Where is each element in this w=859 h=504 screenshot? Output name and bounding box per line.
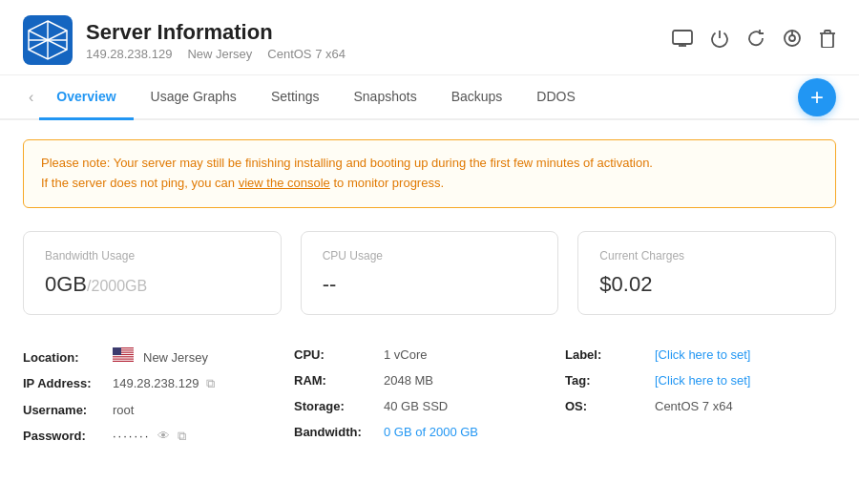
cpu-spec-row: CPU: 1 vCore: [294, 342, 565, 368]
app-logo: [23, 15, 73, 65]
refresh-icon[interactable]: [746, 29, 765, 52]
tab-usage-graphs[interactable]: Usage Graphs: [134, 75, 254, 120]
tab-snapshots[interactable]: Snapshots: [336, 75, 433, 120]
detail-col-right: Label: [Click here to set] Tag: [Click h…: [565, 342, 836, 450]
ip-copy-icon[interactable]: ⧉: [206, 376, 215, 391]
password-dots: ·······: [113, 429, 150, 443]
tag-value[interactable]: [Click here to set]: [655, 373, 750, 388]
detail-col-left: Location: New Jersey IP Address: 149.28.…: [23, 342, 294, 450]
os-key: OS:: [565, 399, 651, 413]
media-icon[interactable]: [783, 29, 802, 52]
tab-settings[interactable]: Settings: [254, 75, 337, 120]
bandwidth-card: Bandwidth Usage 0GB/2000GB: [23, 231, 282, 315]
header-location: New Jersey: [187, 47, 252, 61]
main-content: Please note: Your server may still be fi…: [0, 120, 859, 469]
ip-key: IP Address:: [23, 376, 109, 390]
nav-bar: ‹ Overview Usage Graphs Settings Snapsho…: [0, 75, 859, 120]
ip-value: 149.28.238.129: [113, 376, 199, 390]
ram-row: RAM: 2048 MB: [294, 368, 565, 393]
storage-value: 40 GB SSD: [384, 399, 448, 413]
tab-backups[interactable]: Backups: [434, 75, 520, 120]
console-link[interactable]: view the console: [239, 176, 330, 190]
svg-rect-6: [673, 31, 692, 44]
notice-banner: Please note: Your server may still be fi…: [23, 139, 836, 208]
tab-ddos[interactable]: DDOS: [519, 75, 592, 120]
location-value: New Jersey: [143, 350, 208, 365]
bandwidth-spec-row: Bandwidth: 0 GB of 2000 GB: [294, 419, 565, 445]
password-row: Password: ······· 👁 ⧉: [23, 423, 294, 450]
password-key: Password:: [23, 429, 109, 443]
label-row: Label: [Click here to set]: [565, 342, 836, 368]
bandwidth-unit: /2000GB: [87, 278, 147, 294]
storage-row: Storage: 40 GB SSD: [294, 393, 565, 419]
cpu-spec-key: CPU:: [294, 347, 380, 362]
bandwidth-label: Bandwidth Usage: [45, 249, 260, 262]
username-row: Username: root: [23, 397, 294, 423]
notice-line2: If the server does not ping, you can vie…: [41, 174, 818, 194]
page-header: Server Information 149.28.238.129 New Je…: [0, 0, 859, 75]
us-flag-icon: [113, 347, 134, 362]
ip-row: IP Address: 149.28.238.129 ⧉: [23, 370, 294, 397]
delete-icon[interactable]: [819, 29, 836, 52]
add-button[interactable]: +: [798, 78, 836, 116]
ram-key: RAM:: [294, 373, 380, 388]
notice-line1: Please note: Your server may still be fi…: [41, 154, 818, 174]
charges-card: Current Charges $0.02: [577, 231, 836, 315]
svg-rect-17: [113, 357, 134, 358]
stats-row: Bandwidth Usage 0GB/2000GB CPU Usage -- …: [23, 231, 836, 315]
bandwidth-spec-key: Bandwidth:: [294, 425, 380, 439]
cpu-card: CPU Usage --: [301, 231, 559, 315]
charges-value: $0.02: [599, 272, 814, 297]
header-ip: 149.28.238.129: [86, 47, 172, 61]
location-key: Location:: [23, 350, 109, 365]
tab-overview[interactable]: Overview: [39, 75, 133, 120]
password-show-icon[interactable]: 👁: [157, 429, 170, 443]
header-os: CentOS 7 x64: [267, 47, 346, 61]
detail-col-middle: CPU: 1 vCore RAM: 2048 MB Storage: 40 GB…: [294, 342, 565, 450]
bandwidth-value: 0GB/2000GB: [45, 272, 260, 297]
nav-prev-button[interactable]: ‹: [23, 89, 39, 106]
header-info: Server Information 149.28.238.129 New Je…: [86, 20, 672, 61]
svg-rect-16: [113, 355, 134, 356]
tag-key: Tag:: [565, 373, 651, 388]
svg-rect-18: [113, 359, 134, 360]
power-icon[interactable]: [710, 29, 729, 52]
location-row: Location: New Jersey: [23, 342, 294, 370]
storage-key: Storage:: [294, 399, 380, 413]
tag-row: Tag: [Click here to set]: [565, 368, 836, 393]
details-section: Location: New Jersey IP Address: 149.28.…: [23, 342, 836, 450]
label-value[interactable]: [Click here to set]: [655, 347, 750, 362]
header-subtitle: 149.28.238.129 New Jersey CentOS 7 x64: [86, 47, 672, 61]
svg-rect-19: [113, 347, 121, 355]
header-actions: [672, 29, 836, 52]
svg-point-10: [789, 35, 795, 41]
page-title: Server Information: [86, 20, 672, 45]
username-key: Username:: [23, 403, 109, 417]
bandwidth-spec-value[interactable]: 0 GB of 2000 GB: [384, 425, 478, 439]
cpu-label: CPU Usage: [323, 249, 537, 262]
charges-label: Current Charges: [599, 249, 814, 262]
cpu-value: --: [323, 272, 537, 297]
nav-tabs: Overview Usage Graphs Settings Snapshots…: [39, 75, 819, 118]
username-value: root: [113, 403, 134, 417]
ram-value: 2048 MB: [384, 373, 433, 388]
os-row: OS: CentOS 7 x64: [565, 393, 836, 419]
label-key: Label:: [565, 347, 651, 362]
password-copy-icon[interactable]: ⧉: [178, 429, 186, 444]
os-value: CentOS 7 x64: [655, 399, 733, 413]
console-icon[interactable]: [672, 30, 693, 52]
cpu-spec-value: 1 vCore: [384, 347, 428, 362]
